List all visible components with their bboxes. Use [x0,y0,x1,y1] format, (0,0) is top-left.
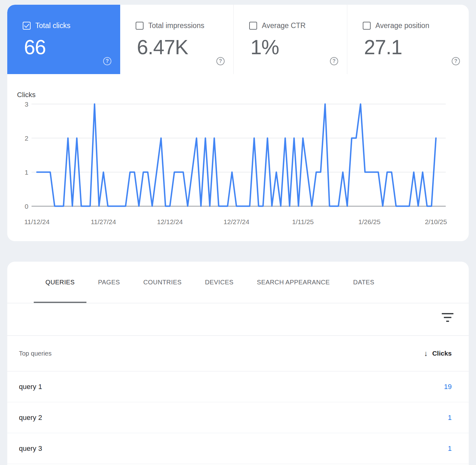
y-tick-label: 1 [25,169,28,176]
search-console-performance-page: Total clicks 66 ? Total impressions 6.47… [0,0,476,465]
clicks-series-line [37,104,436,206]
metric-tile-total-clicks[interactable]: Total clicks 66 ? [7,5,120,74]
performance-chart-card: Total clicks 66 ? Total impressions 6.47… [7,5,469,241]
arrow-down-icon: ↓ [424,349,428,358]
dimension-tabs: QUERIES PAGES COUNTRIES DEVICES SEARCH A… [7,262,469,303]
metric-value: 27.1 [364,37,469,57]
metric-label: Total impressions [148,21,204,30]
tab-pages[interactable]: PAGES [86,262,132,303]
metric-label: Average CTR [262,21,306,30]
tab-label: DEVICES [205,279,234,286]
tab-devices[interactable]: DEVICES [193,262,245,303]
metric-tile-head: Total impressions [136,21,233,30]
tab-queries[interactable]: QUERIES [34,262,86,303]
y-tick-label: 2 [25,135,28,142]
question-circle-icon[interactable]: ? [330,57,338,65]
metric-value: 66 [24,37,120,57]
question-circle-icon[interactable]: ? [103,57,111,65]
metric-tile-head: Total clicks [23,21,120,30]
table-filter-row [7,303,469,336]
tab-dates[interactable]: DATES [342,262,386,303]
metric-label: Total clicks [35,21,70,30]
metric-tile-average-position[interactable]: Average position 27.1 ? [347,5,469,74]
query-cell: query 1 [19,383,42,391]
x-tick-label: 1/26/25 [358,218,380,225]
checkbox-icon[interactable] [363,22,371,30]
clicks-cell: 19 [444,383,452,391]
metric-label: Average position [375,21,429,30]
checkbox-checked-icon[interactable] [23,22,31,30]
clicks-cell: 1 [448,445,452,453]
x-tick-label: 2/10/25 [425,218,447,225]
top-queries-column-header: Top queries [19,350,51,357]
metrics-header: Total clicks 66 ? Total impressions 6.47… [7,5,469,74]
metric-tile-head: Average CTR [249,21,347,30]
tab-countries[interactable]: COUNTRIES [132,262,193,303]
metric-tile-average-ctr[interactable]: Average CTR 1% ? [233,5,347,74]
clicks-cell: 1 [448,414,452,422]
tab-label: QUERIES [45,279,75,286]
chart-y-axis-title: Clicks [17,91,36,99]
table-row[interactable]: query 1 19 [7,371,469,402]
question-circle-icon[interactable]: ? [452,57,460,65]
clicks-sort-header[interactable]: ↓ Clicks [424,349,452,358]
filter-list-icon[interactable] [442,313,453,322]
metric-tile-head: Average position [363,21,469,30]
metric-value: 6.47K [137,37,233,57]
table-row[interactable]: query 2 1 [7,402,469,433]
question-circle-icon[interactable]: ? [216,57,225,65]
metric-value: 1% [250,37,347,57]
tab-label: SEARCH APPEARANCE [257,279,330,286]
tab-label: PAGES [98,279,120,286]
table-header-row: Top queries ↓ Clicks [7,336,469,371]
x-tick-label: 11/27/24 [91,218,116,225]
queries-table-card: QUERIES PAGES COUNTRIES DEVICES SEARCH A… [7,262,469,465]
clicks-column-header: Clicks [432,350,452,357]
metric-tile-total-impressions[interactable]: Total impressions 6.47K ? [120,5,233,74]
x-tick-label: 11/12/24 [24,218,50,225]
query-cell: query 2 [19,414,42,422]
checkbox-icon[interactable] [249,22,257,30]
query-cell: query 3 [19,445,42,453]
tab-label: DATES [353,279,374,286]
table-row[interactable]: query 3 1 [7,433,469,464]
x-tick-label: 12/27/24 [224,218,250,225]
checkbox-icon[interactable] [136,22,144,30]
y-tick-label: 3 [25,101,28,108]
x-tick-label: 12/12/24 [157,218,183,225]
y-tick-label: 0 [25,203,28,210]
tab-search-appearance[interactable]: SEARCH APPEARANCE [245,262,341,303]
x-tick-label: 1/11/25 [292,218,314,225]
tab-label: COUNTRIES [143,279,181,286]
